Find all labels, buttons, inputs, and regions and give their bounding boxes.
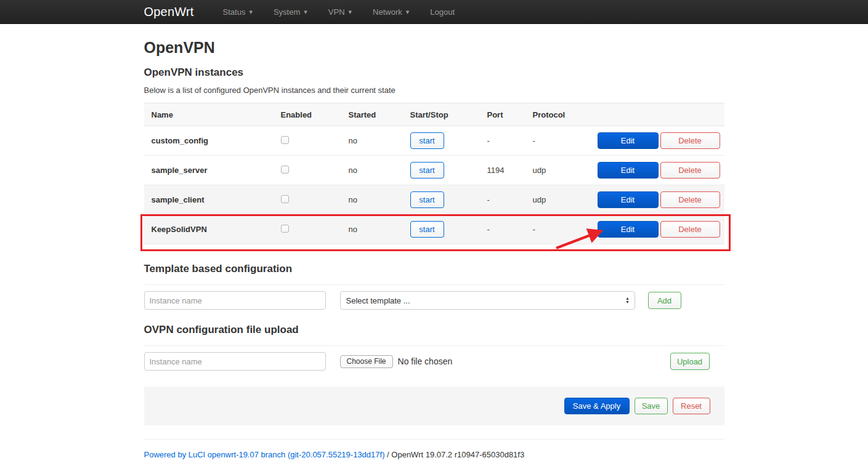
- col-header-port: Port: [480, 110, 525, 119]
- openwrt-brand[interactable]: OpenWrt: [144, 5, 194, 19]
- footer: Powered by LuCI openwrt-19.07 branch (gi…: [144, 450, 724, 459]
- save-apply-button[interactable]: Save & Apply: [564, 398, 630, 414]
- edit-button[interactable]: Edit: [598, 132, 659, 149]
- page-title: OpenVPN: [144, 39, 724, 57]
- edit-button[interactable]: Edit: [598, 162, 659, 179]
- template-select[interactable]: Select template ... ▴▾: [340, 291, 635, 310]
- chevron-down-icon: ▾: [304, 9, 307, 15]
- upload-button[interactable]: Upload: [670, 353, 710, 370]
- col-header-startstop: Start/Stop: [403, 110, 480, 119]
- luci-footer-link[interactable]: Powered by LuCI openwrt-19.07 branch (gi…: [144, 450, 385, 459]
- started-value: no: [341, 195, 403, 204]
- template-section-heading: Template based configuration: [144, 263, 724, 275]
- port-value: -: [480, 195, 525, 204]
- add-button[interactable]: Add: [648, 292, 681, 309]
- instance-name: sample_server: [144, 166, 274, 175]
- chevron-down-icon: ▾: [406, 9, 410, 15]
- instances-table: Name Enabled Started Start/Stop Port Pro…: [144, 103, 724, 244]
- enabled-checkbox[interactable]: [281, 166, 289, 174]
- table-header-row: Name Enabled Started Start/Stop Port Pro…: [144, 103, 724, 126]
- instances-heading: OpenVPN instances: [144, 66, 724, 79]
- delete-button[interactable]: Delete: [660, 162, 720, 179]
- enabled-checkbox[interactable]: [281, 225, 289, 233]
- chevron-down-icon: ▾: [349, 9, 352, 15]
- action-bar: Save & Apply Save Reset: [144, 387, 724, 425]
- col-header-enabled: Enabled: [274, 110, 341, 119]
- instance-name: KeepSolidVPN: [144, 225, 274, 234]
- divider: [144, 284, 724, 285]
- started-value: no: [341, 225, 403, 234]
- col-header-protocol: Protocol: [525, 110, 590, 119]
- upload-instance-name-input[interactable]: [144, 352, 326, 371]
- started-value: no: [341, 166, 403, 175]
- delete-button[interactable]: Delete: [660, 221, 720, 238]
- port-value: -: [480, 136, 525, 145]
- instance-name: sample_client: [144, 195, 274, 204]
- enabled-checkbox[interactable]: [281, 136, 289, 144]
- nav-item-network-label: Network: [373, 7, 402, 17]
- file-status-text: No file chosen: [398, 356, 453, 366]
- nav-item-logout-label: Logout: [430, 7, 455, 17]
- protocol-value: udp: [525, 166, 590, 175]
- started-value: no: [341, 136, 403, 145]
- nav-item-system-label: System: [274, 7, 300, 17]
- protocol-value: -: [525, 136, 590, 145]
- nav-menu: Status ▾ System ▾ VPN ▾ Network ▾ Logout: [213, 0, 466, 23]
- start-button[interactable]: start: [410, 162, 444, 179]
- nav-item-vpn-label: VPN: [328, 7, 345, 17]
- upload-section-heading: OVPN configuration file upload: [144, 324, 724, 336]
- footer-version-text: / OpenWrt 19.07.2 r10947-65030d81f3: [384, 450, 524, 459]
- save-button[interactable]: Save: [635, 398, 668, 414]
- top-navbar: OpenWrt Status ▾ System ▾ VPN ▾ Network …: [0, 0, 868, 24]
- col-header-name: Name: [144, 110, 274, 119]
- template-select-value: Select template ...: [346, 296, 410, 305]
- edit-button[interactable]: Edit: [598, 191, 659, 208]
- nav-item-network[interactable]: Network ▾: [362, 0, 420, 23]
- start-button[interactable]: start: [410, 191, 444, 208]
- table-row-custom-config: custom_config no start - - Edit Delete: [144, 126, 724, 156]
- nav-item-logout[interactable]: Logout: [420, 0, 465, 23]
- col-header-started: Started: [341, 110, 403, 119]
- chevron-down-icon: ▾: [249, 9, 253, 15]
- delete-button[interactable]: Delete: [660, 132, 720, 149]
- divider: [144, 345, 724, 346]
- nav-item-vpn[interactable]: VPN ▾: [318, 0, 362, 23]
- nav-item-status[interactable]: Status ▾: [213, 0, 263, 23]
- instances-description: Below is a list of configured OpenVPN in…: [144, 86, 724, 95]
- enabled-checkbox[interactable]: [281, 195, 289, 203]
- table-row-keepsolidvpn: KeepSolidVPN no start - - Edit Delete: [144, 215, 724, 244]
- edit-button[interactable]: Edit: [598, 221, 659, 238]
- nav-item-status-label: Status: [223, 7, 246, 17]
- port-value: 1194: [480, 166, 525, 175]
- protocol-value: -: [525, 225, 590, 234]
- table-row-sample-server: sample_server no start 1194 udp Edit Del…: [144, 156, 724, 185]
- instance-name: custom_config: [144, 136, 274, 145]
- select-arrows-icon: ▴▾: [626, 297, 628, 304]
- protocol-value: udp: [525, 195, 590, 204]
- reset-button[interactable]: Reset: [673, 398, 710, 414]
- table-row-sample-client: sample_client no start - udp Edit Delete: [144, 185, 724, 215]
- nav-item-system[interactable]: System ▾: [263, 0, 318, 23]
- delete-button[interactable]: Delete: [660, 191, 720, 208]
- choose-file-button[interactable]: Choose File: [340, 355, 393, 368]
- start-button[interactable]: start: [410, 221, 444, 238]
- footer-divider: [144, 439, 724, 440]
- template-instance-name-input[interactable]: [144, 291, 326, 310]
- port-value: -: [480, 225, 525, 234]
- start-button[interactable]: start: [410, 132, 444, 149]
